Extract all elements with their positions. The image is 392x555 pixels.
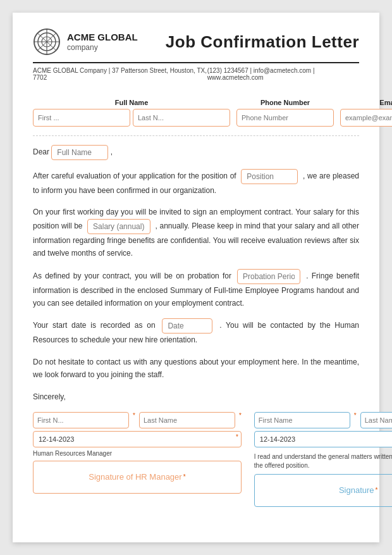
sig-right-date-row: *	[254, 431, 392, 450]
contact-right: (123) 1234567 | info@acmetech.com | www.…	[207, 67, 359, 81]
sig-col-left: * * * Human Resources Manager Signature …	[33, 412, 242, 507]
email-label: Email	[340, 99, 392, 106]
sig-left-date-required: *	[236, 433, 238, 440]
doc-title: Job Confirmation Letter	[166, 32, 359, 52]
para3: As defined by your contract, you will be…	[33, 269, 359, 310]
header: ACME GLOBAL company Job Confirmation Let…	[33, 28, 359, 56]
date-input[interactable]	[162, 318, 212, 334]
dear-prefix: Dear	[33, 147, 49, 156]
sig-left-label: Signature of HR Manager	[89, 472, 181, 482]
phone-group: Phone Number	[236, 99, 334, 127]
sig-left-date-input[interactable]	[33, 431, 242, 447]
sig-right-first-required: *	[354, 412, 357, 428]
first-name-input[interactable]	[33, 109, 130, 127]
contact-bar: ACME GLOBAL Company | 37 Patterson Stree…	[33, 67, 359, 81]
sincerely: Sincerely,	[33, 390, 359, 403]
sig-left-box-required: *	[183, 473, 186, 480]
last-name-input[interactable]	[133, 109, 230, 127]
email-input[interactable]	[340, 109, 392, 127]
signatures: * * * Human Resources Manager Signature …	[33, 412, 359, 507]
para3-text1: As defined by your contract, you will be…	[33, 271, 231, 280]
phone-inputs	[236, 109, 334, 127]
company-logo	[33, 28, 61, 56]
para2-text2: , annually. Please keep in mind that you…	[33, 221, 359, 258]
dear-line: Dear ,	[33, 145, 359, 160]
full-name-inputs	[33, 109, 230, 127]
para4-text1: Your start date is recorded as on	[33, 321, 156, 330]
dear-full-name-input[interactable]	[51, 145, 108, 160]
full-name-label: Full Name	[33, 99, 230, 106]
fields-row: Full Name Phone Number Email Address	[33, 89, 359, 127]
contact-left: ACME GLOBAL Company | 37 Patterson Stree…	[33, 67, 207, 81]
sig-left-box[interactable]: Signature of HR Manager *	[33, 461, 242, 494]
company-name: ACME GLOBAL	[67, 32, 138, 43]
sig-left-role: Human Resources Manager	[33, 450, 242, 457]
para1: After careful evaluation of your applica…	[33, 169, 359, 197]
para5: Do not hesitate to contact us with any q…	[33, 356, 359, 382]
sig-right-box[interactable]: Signature *	[254, 474, 392, 507]
email-inputs	[340, 109, 392, 127]
logo-area: ACME GLOBAL company	[33, 28, 138, 56]
phone-input[interactable]	[236, 109, 334, 127]
sig-right-name-row: * *	[254, 412, 392, 428]
phone-label: Phone Number	[236, 99, 334, 106]
position-input[interactable]	[241, 169, 298, 184]
fields-divider	[33, 135, 359, 136]
sig-left-name-row: * *	[33, 412, 242, 428]
sig-right-date-input[interactable]	[254, 431, 392, 447]
sig-left-first-required: *	[133, 412, 135, 428]
sig-right-first-input[interactable]	[254, 412, 350, 428]
probation-input[interactable]	[237, 269, 300, 284]
salary-input[interactable]	[87, 219, 150, 234]
sig-right-label: Signature	[339, 485, 374, 495]
sig-left-first-input[interactable]	[33, 412, 129, 428]
page: ACME GLOBAL company Job Confirmation Let…	[13, 13, 379, 542]
para2: On your first working day you will be in…	[33, 206, 359, 259]
company-sub: company	[67, 43, 138, 52]
sig-left-last-required: *	[239, 412, 242, 428]
email-group: Email	[340, 99, 392, 127]
sig-left-last-input[interactable]	[139, 412, 235, 428]
sig-right-last-input[interactable]	[360, 412, 392, 428]
sig-left-date-row: *	[33, 431, 242, 450]
header-divider	[33, 62, 359, 63]
sig-right-box-required: *	[376, 487, 378, 494]
para1-text1: After careful evaluation of your applica…	[33, 171, 236, 180]
sig-col-right: * * * I read and understand the general …	[254, 412, 392, 507]
full-name-group: Full Name	[33, 99, 230, 127]
para5-text: Do not hesitate to contact us with any q…	[33, 358, 359, 379]
para4: Your start date is recorded as on . You …	[33, 318, 359, 346]
letter-body: After careful evaluation of your applica…	[33, 169, 359, 403]
company-text: ACME GLOBAL company	[67, 32, 138, 52]
sig-right-note: I read and understand the general matter…	[254, 452, 392, 470]
